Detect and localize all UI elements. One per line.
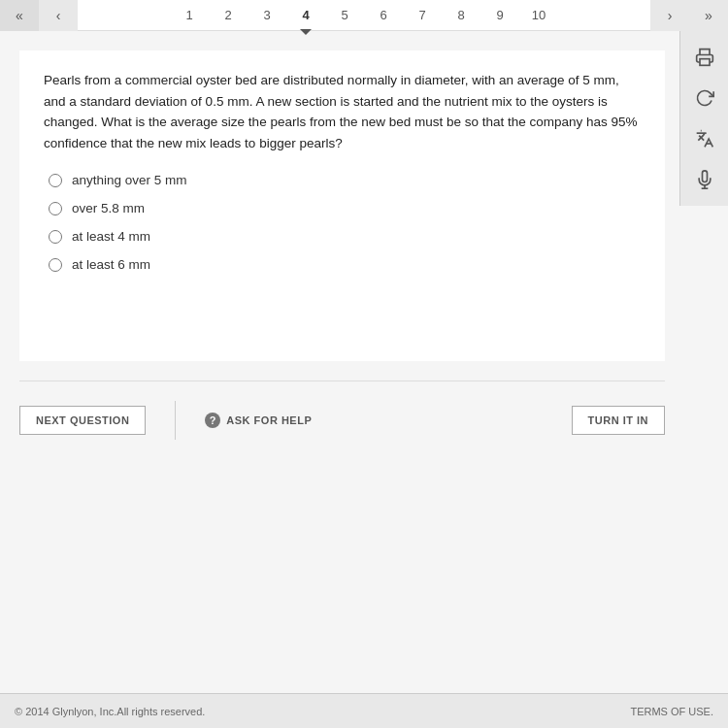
page-number-6[interactable]: 6 — [364, 0, 403, 31]
divider — [175, 401, 176, 440]
page-number-4[interactable]: 4 — [286, 0, 325, 31]
prev-page-button[interactable]: ‹ — [39, 0, 78, 31]
radio-c[interactable] — [49, 230, 62, 244]
footer-copyright: © 2014 Glynlyon, Inc.All rights reserved… — [15, 706, 205, 717]
microphone-icon[interactable] — [686, 161, 723, 198]
next-question-button[interactable]: NEXT QUESTION — [19, 406, 146, 435]
footer: © 2014 Glynlyon, Inc.All rights reserved… — [0, 693, 728, 728]
question-area: Pearls from a commercial oyster bed are … — [19, 50, 665, 361]
ask-for-help-label: ASK FOR HELP — [226, 414, 312, 426]
page-number-7[interactable]: 7 — [403, 0, 442, 31]
refresh-icon[interactable] — [686, 80, 723, 116]
first-page-button[interactable]: « — [0, 0, 39, 31]
answer-option-b[interactable]: over 5.8 mm — [49, 201, 641, 215]
footer-terms-link[interactable]: TERMS OF USE. — [630, 706, 713, 717]
action-bar: NEXT QUESTION ? ASK FOR HELP TURN IT IN — [19, 381, 665, 440]
page-number-8[interactable]: 8 — [442, 0, 480, 31]
answer-label-c: at least 4 mm — [72, 229, 150, 244]
answer-option-c[interactable]: at least 4 mm — [49, 229, 641, 244]
top-navigation: « ‹ 12345678910 › » — [0, 0, 728, 31]
answer-option-a[interactable]: anything over 5 mm — [49, 173, 641, 187]
translate-icon[interactable] — [686, 120, 723, 157]
answer-label-b: over 5.8 mm — [72, 201, 145, 215]
page-number-2[interactable]: 2 — [209, 0, 248, 31]
radio-a[interactable] — [49, 174, 62, 187]
answer-option-d[interactable]: at least 6 mm — [49, 257, 641, 272]
radio-d[interactable] — [49, 258, 62, 272]
page-number-1[interactable]: 1 — [170, 0, 209, 31]
page-number-10[interactable]: 10 — [519, 0, 558, 31]
radio-b[interactable] — [49, 202, 62, 215]
ask-for-help-link[interactable]: ? ASK FOR HELP — [205, 413, 312, 428]
sidebar — [679, 31, 728, 206]
turn-it-in-button[interactable]: TURN IT IN — [572, 406, 665, 435]
page-number-3[interactable]: 3 — [248, 0, 286, 31]
question-text: Pearls from a commercial oyster bed are … — [44, 70, 641, 153]
answer-options: anything over 5 mmover 5.8 mmat least 4 … — [49, 173, 641, 272]
answer-label-d: at least 6 mm — [72, 257, 150, 272]
page-numbers: 12345678910 — [78, 0, 650, 31]
page-number-5[interactable]: 5 — [325, 0, 364, 31]
next-page-button[interactable]: › — [650, 0, 689, 31]
last-page-button[interactable]: » — [689, 0, 728, 31]
print-icon[interactable] — [686, 39, 723, 76]
svg-rect-0 — [700, 59, 710, 66]
answer-label-a: anything over 5 mm — [72, 173, 187, 187]
page-number-9[interactable]: 9 — [480, 0, 519, 31]
ask-icon: ? — [205, 413, 220, 428]
